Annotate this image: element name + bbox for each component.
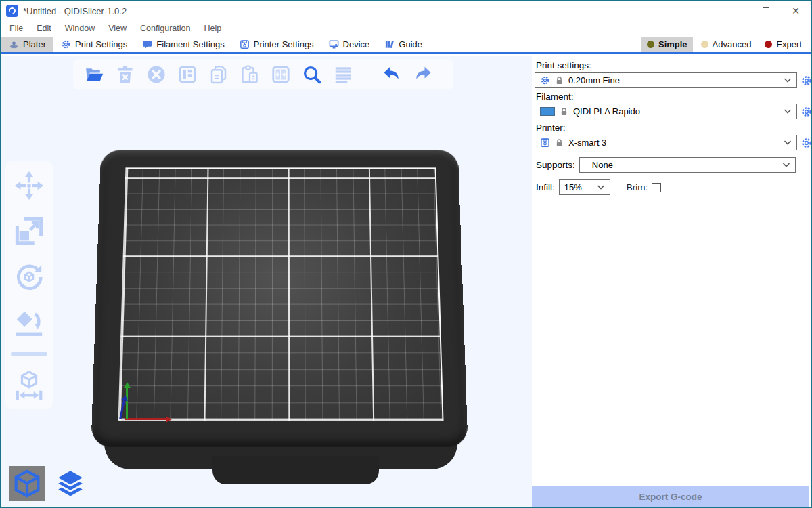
supports-label: Supports:	[536, 160, 575, 170]
delete-all-button[interactable]	[145, 63, 168, 86]
tab-strip: Plater Print Settings Filament Settings …	[1, 37, 811, 54]
app-logo-icon	[6, 5, 18, 17]
menu-edit[interactable]: Edit	[30, 24, 58, 33]
chevron-down-icon	[597, 184, 605, 190]
window-title: *Untitled - QIDISlicer-1.0.2	[23, 6, 127, 16]
simple-dot-icon	[647, 41, 654, 48]
x-axis-indicator	[125, 418, 166, 420]
lock-icon	[560, 107, 568, 117]
mode-advanced[interactable]: Advanced	[696, 37, 757, 52]
print-settings-gear-button[interactable]	[800, 75, 812, 87]
filament-label: Filament:	[536, 91, 811, 102]
3d-viewport[interactable]	[1, 56, 532, 507]
copy-icon	[208, 64, 229, 85]
build-plate-grid	[118, 167, 444, 421]
plater-icon	[9, 39, 19, 49]
place-on-face-icon	[14, 307, 45, 338]
search-button[interactable]	[300, 63, 323, 86]
gear-icon	[540, 75, 550, 85]
place-on-face-gizmo-button[interactable]	[13, 306, 45, 339]
device-icon	[329, 39, 339, 49]
brim-checkbox[interactable]	[652, 183, 661, 192]
rotate-icon	[14, 261, 45, 293]
printer-value: X-smart 3	[568, 137, 606, 148]
menu-window[interactable]: Window	[58, 24, 102, 33]
tab-device[interactable]: Device	[321, 37, 378, 52]
redo-icon	[413, 64, 433, 85]
print-bed	[1, 56, 532, 507]
move-gizmo-button[interactable]	[13, 169, 45, 202]
layer-stripes-icon	[333, 64, 353, 85]
gizmo-separator	[11, 352, 47, 356]
delete-all-icon	[146, 64, 166, 85]
menu-configuration[interactable]: Configuration	[133, 24, 197, 33]
export-gcode-button[interactable]: Export G-code	[532, 486, 809, 507]
tab-guide[interactable]: Guide	[377, 37, 430, 52]
3d-editor-view-button[interactable]	[9, 466, 45, 501]
printer-icon	[540, 137, 550, 148]
filament-gear-button[interactable]	[800, 106, 812, 118]
split-icon	[271, 64, 291, 85]
rotate-gizmo-button[interactable]	[13, 261, 45, 293]
close-icon: ✕	[792, 5, 800, 16]
undo-button[interactable]	[380, 63, 403, 86]
infill-value: 15%	[564, 182, 582, 192]
maximize-button[interactable]	[751, 1, 781, 20]
filament-combo[interactable]: QIDI PLA Rapido	[535, 104, 797, 119]
chevron-down-icon	[782, 162, 790, 168]
mode-switcher: Simple Advanced Expert	[641, 37, 811, 52]
delete-button[interactable]	[114, 63, 137, 86]
infill-combo[interactable]: 15%	[559, 179, 610, 195]
bed-handle	[212, 456, 379, 484]
paste-icon	[240, 64, 260, 85]
undo-icon	[382, 64, 402, 85]
printer-label: Printer:	[536, 123, 811, 133]
menu-view[interactable]: View	[102, 24, 133, 33]
mode-simple[interactable]: Simple	[641, 37, 693, 52]
minimize-icon: –	[734, 5, 739, 16]
cube-icon	[12, 468, 43, 499]
supports-combo[interactable]: None	[579, 157, 796, 173]
menu-file[interactable]: File	[3, 24, 30, 33]
measure-gizmo-button[interactable]	[13, 368, 45, 401]
gear-icon	[61, 39, 71, 49]
copy-button[interactable]	[207, 63, 230, 86]
tab-filament-settings[interactable]: Filament Settings	[135, 37, 231, 52]
mode-expert[interactable]: Expert	[759, 37, 807, 52]
paste-button[interactable]	[238, 63, 261, 86]
scale-icon	[14, 215, 45, 247]
close-button[interactable]: ✕	[781, 1, 811, 20]
arrange-button[interactable]	[176, 63, 199, 86]
chevron-down-icon	[784, 77, 792, 83]
open-folder-button[interactable]	[83, 63, 106, 86]
preview-layers-view-button[interactable]	[53, 466, 88, 501]
search-icon	[302, 64, 322, 85]
print-settings-combo[interactable]: 0.20mm Fine	[535, 72, 797, 88]
bed-frame	[91, 150, 468, 448]
split-button[interactable]	[269, 63, 292, 86]
maximize-icon	[763, 7, 769, 14]
settings-sidebar: Print settings: 0.20mm Fine Filament: QI…	[532, 56, 811, 507]
redo-button[interactable]	[411, 63, 434, 86]
view-toggle	[9, 466, 88, 501]
menu-help[interactable]: Help	[197, 24, 228, 33]
printer-gear-button[interactable]	[800, 137, 812, 149]
minimize-button[interactable]: –	[721, 1, 751, 20]
delete-icon	[115, 64, 135, 85]
plater-toolbar	[73, 59, 453, 89]
variable-layer-height-button[interactable]	[332, 63, 355, 86]
scale-gizmo-button[interactable]	[13, 215, 45, 247]
tab-print-settings[interactable]: Print Settings	[53, 37, 135, 52]
printer-icon	[240, 39, 250, 49]
tab-printer-settings[interactable]: Printer Settings	[232, 37, 321, 52]
arrange-icon	[177, 64, 198, 85]
print-settings-label: Print settings:	[536, 60, 811, 70]
tab-plater[interactable]: Plater	[1, 37, 53, 52]
expert-dot-icon	[765, 41, 772, 48]
filament-color-swatch	[540, 107, 555, 116]
infill-label: Infill:	[536, 182, 555, 192]
move-icon	[14, 170, 45, 201]
title-bar: *Untitled - QIDISlicer-1.0.2 – ✕	[1, 1, 811, 20]
advanced-dot-icon	[701, 41, 708, 48]
printer-combo[interactable]: X-smart 3	[535, 135, 797, 150]
